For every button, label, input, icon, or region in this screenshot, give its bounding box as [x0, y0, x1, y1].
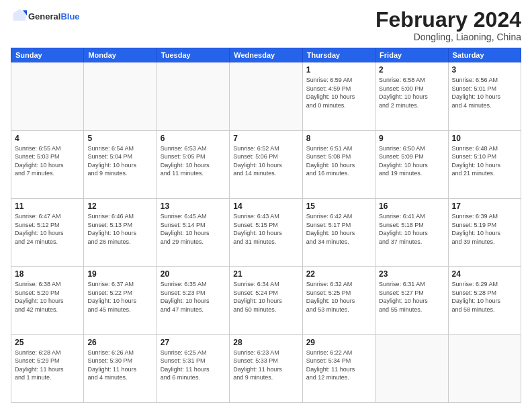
- day-number: 6: [161, 134, 226, 143]
- day-info: Sunrise: 6:55 AM Sunset: 5:03 PM Dayligh…: [15, 144, 80, 178]
- day-number: 29: [306, 338, 371, 347]
- day-info: Sunrise: 6:54 AM Sunset: 5:04 PM Dayligh…: [87, 144, 152, 178]
- day-info: Sunrise: 6:41 AM Sunset: 5:18 PM Dayligh…: [379, 212, 444, 246]
- day-number: 16: [379, 201, 444, 211]
- day-number: 27: [161, 338, 226, 347]
- calendar-cell: 9Sunrise: 6:50 AM Sunset: 5:09 PM Daylig…: [375, 130, 448, 198]
- calendar-cell: 19Sunrise: 6:37 AM Sunset: 5:22 PM Dayli…: [84, 267, 157, 334]
- logo-icon: [12, 8, 27, 23]
- day-info: Sunrise: 6:28 AM Sunset: 5:29 PM Dayligh…: [15, 349, 80, 382]
- day-number: 10: [452, 134, 517, 143]
- calendar-cell: [84, 62, 157, 130]
- day-info: Sunrise: 6:34 AM Sunset: 5:24 PM Dayligh…: [233, 280, 298, 314]
- week-row-4: 18Sunrise: 6:38 AM Sunset: 5:20 PM Dayli…: [11, 267, 521, 334]
- week-row-5: 25Sunrise: 6:28 AM Sunset: 5:29 PM Dayli…: [11, 334, 521, 402]
- day-number: 5: [87, 134, 152, 143]
- day-info: Sunrise: 6:51 AM Sunset: 5:08 PM Dayligh…: [306, 144, 371, 178]
- calendar-cell: 22Sunrise: 6:32 AM Sunset: 5:25 PM Dayli…: [302, 267, 375, 334]
- day-number: 2: [379, 65, 444, 75]
- page: GeneralBlue February 2024 Dongling, Liao…: [0, 0, 532, 411]
- col-friday: Friday: [375, 48, 448, 62]
- calendar-cell: 29Sunrise: 6:22 AM Sunset: 5:34 PM Dayli…: [302, 334, 375, 402]
- day-number: 3: [452, 65, 517, 75]
- col-monday: Monday: [84, 48, 157, 62]
- calendar-cell: 16Sunrise: 6:41 AM Sunset: 5:18 PM Dayli…: [375, 198, 448, 266]
- day-number: 1: [306, 65, 371, 75]
- calendar-cell: 21Sunrise: 6:34 AM Sunset: 5:24 PM Dayli…: [230, 267, 302, 334]
- day-info: Sunrise: 6:59 AM Sunset: 4:59 PM Dayligh…: [306, 76, 371, 109]
- header: GeneralBlue February 2024 Dongling, Liao…: [11, 8, 521, 42]
- logo-text-block: GeneralBlue: [28, 11, 80, 22]
- day-info: Sunrise: 6:29 AM Sunset: 5:28 PM Dayligh…: [452, 280, 517, 314]
- day-number: 14: [233, 201, 298, 211]
- col-saturday: Saturday: [448, 48, 521, 62]
- day-number: 15: [306, 201, 371, 211]
- day-info: Sunrise: 6:47 AM Sunset: 5:12 PM Dayligh…: [15, 212, 80, 246]
- day-info: Sunrise: 6:46 AM Sunset: 5:13 PM Dayligh…: [87, 212, 152, 246]
- location: Dongling, Liaoning, China: [375, 32, 521, 42]
- day-number: 18: [15, 269, 80, 279]
- calendar-header-row: Sunday Monday Tuesday Wednesday Thursday…: [11, 48, 521, 62]
- calendar-cell: 14Sunrise: 6:43 AM Sunset: 5:15 PM Dayli…: [230, 198, 302, 266]
- day-number: 12: [87, 201, 152, 211]
- calendar-cell: 24Sunrise: 6:29 AM Sunset: 5:28 PM Dayli…: [448, 267, 521, 334]
- day-info: Sunrise: 6:48 AM Sunset: 5:10 PM Dayligh…: [452, 144, 517, 178]
- day-info: Sunrise: 6:23 AM Sunset: 5:33 PM Dayligh…: [233, 349, 298, 382]
- calendar-cell: 12Sunrise: 6:46 AM Sunset: 5:13 PM Dayli…: [84, 198, 157, 266]
- day-number: 20: [161, 269, 226, 279]
- day-number: 9: [379, 134, 444, 143]
- day-info: Sunrise: 6:53 AM Sunset: 5:05 PM Dayligh…: [161, 144, 226, 178]
- day-number: 4: [15, 134, 80, 143]
- week-row-2: 4Sunrise: 6:55 AM Sunset: 5:03 PM Daylig…: [11, 130, 521, 198]
- day-info: Sunrise: 6:22 AM Sunset: 5:34 PM Dayligh…: [306, 349, 371, 382]
- day-number: 19: [87, 269, 152, 279]
- calendar-cell: 1Sunrise: 6:59 AM Sunset: 4:59 PM Daylig…: [302, 62, 375, 130]
- day-info: Sunrise: 6:43 AM Sunset: 5:15 PM Dayligh…: [233, 212, 298, 246]
- calendar-cell: 3Sunrise: 6:56 AM Sunset: 5:01 PM Daylig…: [448, 62, 521, 130]
- calendar-cell: 27Sunrise: 6:25 AM Sunset: 5:31 PM Dayli…: [157, 334, 229, 402]
- col-thursday: Thursday: [302, 48, 375, 62]
- week-row-1: 1Sunrise: 6:59 AM Sunset: 4:59 PM Daylig…: [11, 62, 521, 130]
- day-info: Sunrise: 6:39 AM Sunset: 5:19 PM Dayligh…: [452, 212, 517, 246]
- calendar-cell: 20Sunrise: 6:35 AM Sunset: 5:23 PM Dayli…: [157, 267, 229, 334]
- month-title: February 2024: [375, 8, 521, 32]
- day-number: 7: [233, 134, 298, 143]
- title-block: February 2024 Dongling, Liaoning, China: [375, 8, 521, 42]
- day-info: Sunrise: 6:45 AM Sunset: 5:14 PM Dayligh…: [161, 212, 226, 246]
- day-info: Sunrise: 6:26 AM Sunset: 5:30 PM Dayligh…: [87, 349, 152, 382]
- day-number: 13: [161, 201, 226, 211]
- day-info: Sunrise: 6:50 AM Sunset: 5:09 PM Dayligh…: [379, 144, 444, 178]
- day-info: Sunrise: 6:38 AM Sunset: 5:20 PM Dayligh…: [15, 280, 80, 314]
- calendar-cell: [230, 62, 302, 130]
- calendar-cell: 15Sunrise: 6:42 AM Sunset: 5:17 PM Dayli…: [302, 198, 375, 266]
- calendar-cell: 8Sunrise: 6:51 AM Sunset: 5:08 PM Daylig…: [302, 130, 375, 198]
- day-number: 11: [15, 201, 80, 211]
- calendar-cell: 17Sunrise: 6:39 AM Sunset: 5:19 PM Dayli…: [448, 198, 521, 266]
- day-info: Sunrise: 6:35 AM Sunset: 5:23 PM Dayligh…: [161, 280, 226, 314]
- calendar-cell: 28Sunrise: 6:23 AM Sunset: 5:33 PM Dayli…: [230, 334, 302, 402]
- day-info: Sunrise: 6:32 AM Sunset: 5:25 PM Dayligh…: [306, 280, 371, 314]
- col-tuesday: Tuesday: [157, 48, 229, 62]
- calendar: Sunday Monday Tuesday Wednesday Thursday…: [11, 48, 521, 403]
- calendar-cell: 13Sunrise: 6:45 AM Sunset: 5:14 PM Dayli…: [157, 198, 229, 266]
- calendar-cell: [375, 334, 448, 402]
- calendar-cell: [448, 334, 521, 402]
- calendar-cell: 6Sunrise: 6:53 AM Sunset: 5:05 PM Daylig…: [157, 130, 229, 198]
- day-number: 26: [87, 338, 152, 347]
- calendar-cell: 7Sunrise: 6:52 AM Sunset: 5:06 PM Daylig…: [230, 130, 302, 198]
- day-number: 25: [15, 338, 80, 347]
- day-info: Sunrise: 6:42 AM Sunset: 5:17 PM Dayligh…: [306, 212, 371, 246]
- col-sunday: Sunday: [11, 48, 84, 62]
- logo-blue: Blue: [60, 11, 79, 21]
- week-row-3: 11Sunrise: 6:47 AM Sunset: 5:12 PM Dayli…: [11, 198, 521, 266]
- calendar-cell: 4Sunrise: 6:55 AM Sunset: 5:03 PM Daylig…: [11, 130, 84, 198]
- day-number: 24: [452, 269, 517, 279]
- day-info: Sunrise: 6:52 AM Sunset: 5:06 PM Dayligh…: [233, 144, 298, 178]
- calendar-cell: 18Sunrise: 6:38 AM Sunset: 5:20 PM Dayli…: [11, 267, 84, 334]
- day-number: 22: [306, 269, 371, 279]
- day-info: Sunrise: 6:58 AM Sunset: 5:00 PM Dayligh…: [379, 76, 444, 109]
- day-number: 8: [306, 134, 371, 143]
- day-info: Sunrise: 6:37 AM Sunset: 5:22 PM Dayligh…: [87, 280, 152, 314]
- calendar-cell: 26Sunrise: 6:26 AM Sunset: 5:30 PM Dayli…: [84, 334, 157, 402]
- day-number: 21: [233, 269, 298, 279]
